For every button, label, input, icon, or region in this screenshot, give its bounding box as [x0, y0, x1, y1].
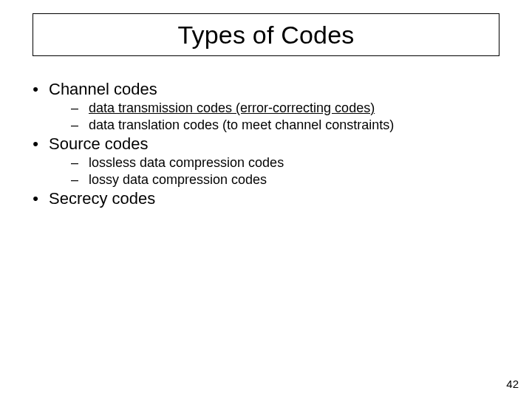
subbullet-lossy: – lossy data compression codes — [71, 172, 502, 188]
slide: Types of Codes • Channel codes – data tr… — [0, 0, 532, 399]
page-number: 42 — [506, 378, 519, 390]
bullet-channel-label: Channel codes — [49, 80, 157, 99]
subbullet-lossless-text: lossless data compression codes — [89, 155, 284, 171]
bullet-channel: • Channel codes — [22, 80, 502, 99]
bullet-icon: • — [22, 134, 49, 154]
title-box: Types of Codes — [33, 13, 499, 56]
subbullet-translation: – data translation codes (to meet channe… — [71, 117, 502, 133]
dash-icon: – — [71, 100, 89, 116]
subbullet-transmission-text: data transmission codes (error-correctin… — [89, 100, 375, 116]
dash-icon: – — [71, 117, 89, 133]
dash-icon: – — [71, 155, 89, 171]
subbullet-lossless: – lossless data compression codes — [71, 155, 502, 171]
subbullet-transmission: – data transmission codes (error-correct… — [71, 100, 502, 116]
bullet-source-label: Source codes — [49, 134, 149, 154]
subbullet-translation-text: data translation codes (to meet channel … — [89, 117, 394, 133]
bullet-icon: • — [22, 189, 49, 208]
bullet-secrecy-label: Secrecy codes — [49, 189, 155, 208]
bullet-icon: • — [22, 80, 49, 99]
body-content: • Channel codes – data transmission code… — [22, 78, 502, 210]
dash-icon: – — [71, 172, 89, 188]
subbullet-lossy-text: lossy data compression codes — [89, 172, 267, 188]
bullet-secrecy: • Secrecy codes — [22, 189, 502, 208]
bullet-source: • Source codes — [22, 134, 502, 154]
slide-title: Types of Codes — [177, 21, 354, 49]
